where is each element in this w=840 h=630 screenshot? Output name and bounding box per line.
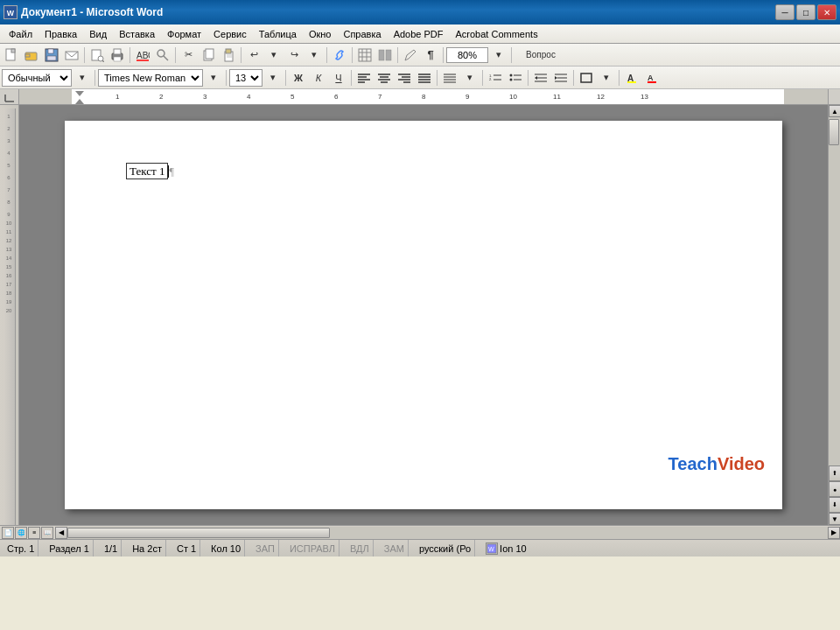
columns-button[interactable] — [375, 46, 395, 65]
help-button[interactable]: Вопрос — [514, 46, 567, 65]
menu-adobe-pdf[interactable]: Adobe PDF — [388, 27, 449, 41]
font-dropdown[interactable]: ▾ — [204, 68, 223, 88]
research-button[interactable] — [153, 46, 172, 65]
italic-button[interactable]: К — [309, 68, 328, 88]
scroll-thumb[interactable] — [829, 119, 839, 145]
window-controls: ─ □ ✕ — [775, 4, 836, 20]
scroll-up-button[interactable]: ▲ — [829, 105, 840, 117]
scroll-select-page[interactable]: ● — [829, 481, 840, 497]
menu-table[interactable]: Таблица — [254, 27, 302, 41]
menu-view[interactable]: Вид — [84, 27, 112, 41]
open-button[interactable] — [22, 46, 41, 65]
align-left-button[interactable] — [354, 68, 374, 88]
line-spacing-dropdown[interactable]: ▾ — [460, 68, 480, 88]
separator — [175, 47, 176, 63]
line-spacing-button[interactable] — [440, 68, 459, 88]
align-center-button[interactable] — [374, 68, 394, 88]
undo-dropdown[interactable]: ▾ — [264, 46, 284, 65]
minimize-button[interactable]: ─ — [775, 4, 794, 20]
style-dropdown[interactable]: ▾ — [73, 68, 92, 88]
justify-button[interactable] — [415, 68, 434, 88]
hscroll-thumb[interactable] — [67, 528, 330, 538]
status-line: Ст 1 — [173, 540, 200, 556]
print-button[interactable] — [108, 46, 127, 65]
separator — [437, 70, 438, 86]
ruler-content[interactable]: 1 2 3 4 5 6 7 8 9 10 11 12 13 — [19, 89, 828, 104]
svg-text:W: W — [7, 9, 15, 18]
formatting-toolbar: Обычный ▾ Times New Roman ▾ 13 ▾ Ж К Ч ▾… — [0, 66, 840, 89]
menu-format[interactable]: Формат — [162, 27, 206, 41]
zoom-display[interactable]: 80% — [446, 47, 488, 63]
redo-dropdown[interactable]: ▾ — [304, 46, 324, 65]
scroll-left-button[interactable]: ◀ — [55, 527, 67, 539]
status-icon-box[interactable]: W — [486, 542, 498, 555]
hyperlink-button[interactable] — [330, 46, 349, 65]
border-dropdown[interactable]: ▾ — [597, 68, 616, 88]
decrease-indent-button[interactable] — [531, 68, 550, 88]
close-button[interactable]: ✕ — [817, 4, 836, 20]
underline-button[interactable]: Ч — [329, 68, 348, 88]
redo-button[interactable]: ↪ — [284, 46, 304, 65]
separator — [326, 47, 327, 63]
separator — [352, 47, 353, 63]
paste-button[interactable] — [219, 46, 238, 65]
svg-marker-64 — [535, 76, 537, 80]
show-formatting-button[interactable]: ¶ — [421, 46, 440, 65]
page-view-web[interactable]: 🌐 — [15, 527, 27, 539]
spell-check-button[interactable]: АВС — [133, 46, 152, 65]
menu-acrobat-comments[interactable]: Acrobat Comments — [451, 27, 543, 41]
separator — [285, 70, 286, 86]
menu-edit[interactable]: Правка — [39, 27, 82, 41]
page-view-reading[interactable]: 📖 — [41, 527, 53, 539]
tab-selector[interactable] — [0, 89, 19, 104]
numbered-list-button[interactable]: 1.2. — [486, 68, 505, 88]
style-select[interactable]: Обычный — [2, 69, 72, 87]
document-text[interactable]: Текст 1 — [126, 163, 168, 179]
print-preview-button[interactable] — [88, 46, 107, 65]
document-area[interactable]: Текст 1¶ TeachVideo — [19, 105, 828, 525]
drawing-button[interactable] — [401, 46, 420, 65]
menu-insert[interactable]: Вставка — [114, 27, 160, 41]
menu-window[interactable]: Окно — [304, 27, 337, 41]
status-icon-label[interactable]: W Ion 10 — [482, 540, 530, 556]
table-button[interactable] — [355, 46, 374, 65]
email-button[interactable] — [62, 46, 81, 65]
menu-help[interactable]: Справка — [338, 27, 386, 41]
scroll-to-next-page[interactable]: ⬇ — [829, 497, 840, 513]
status-ovr: ЗАМ — [381, 540, 409, 556]
hscroll-track[interactable] — [67, 527, 828, 539]
copy-button[interactable] — [199, 46, 218, 65]
new-button[interactable] — [2, 46, 21, 65]
scroll-to-prev-page[interactable]: ⬆ — [829, 466, 840, 481]
outside-border-button[interactable] — [577, 68, 596, 88]
ruler-right-button[interactable] — [828, 89, 840, 104]
font-select[interactable]: Times New Roman — [98, 69, 203, 87]
page-view-normal[interactable]: 📄 — [2, 527, 14, 539]
svg-point-57 — [510, 74, 513, 76]
bold-button[interactable]: Ж — [289, 68, 308, 88]
zoom-dropdown[interactable]: ▾ — [489, 46, 508, 65]
increase-indent-button[interactable] — [551, 68, 570, 88]
undo-button[interactable]: ↩ — [244, 46, 263, 65]
save-button[interactable] — [42, 46, 61, 65]
size-dropdown[interactable]: ▾ — [263, 68, 283, 88]
document-page[interactable]: Текст 1¶ TeachVideo — [65, 121, 782, 509]
menu-file[interactable]: Файл — [4, 27, 38, 41]
separator — [573, 70, 574, 86]
align-right-button[interactable] — [395, 68, 414, 88]
font-color-button[interactable]: A — [642, 68, 662, 88]
page-view-outline[interactable]: ≡ — [28, 527, 40, 539]
document-content[interactable]: Текст 1¶ — [126, 164, 721, 178]
bulleted-list-button[interactable] — [506, 68, 525, 88]
svg-rect-8 — [47, 56, 56, 60]
svg-text:W: W — [488, 546, 494, 552]
font-size-select[interactable]: 13 — [229, 69, 262, 87]
maximize-button[interactable]: □ — [796, 4, 816, 20]
cut-button[interactable]: ✂ — [178, 46, 198, 65]
scroll-down-button[interactable]: ▼ — [829, 513, 840, 525]
scroll-right-button[interactable]: ▶ — [828, 527, 840, 539]
scroll-track[interactable] — [829, 117, 840, 466]
menu-tools[interactable]: Сервис — [208, 27, 252, 41]
highlight-button[interactable]: A — [622, 68, 641, 88]
svg-rect-71 — [627, 81, 636, 83]
